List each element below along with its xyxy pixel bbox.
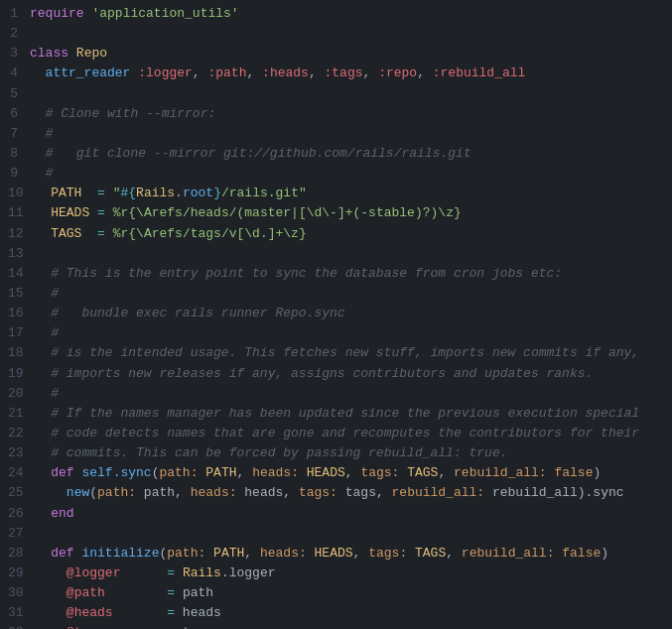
- token-plain: [30, 126, 46, 141]
- token-plain: ,: [417, 65, 433, 80]
- token-interp: #{: [120, 186, 136, 200]
- token-plain: [36, 366, 52, 381]
- token-cls: PATH: [51, 186, 81, 200]
- line-number: 29: [0, 564, 36, 583]
- token-plain: [30, 65, 46, 80]
- token-cm: # If the names manager has been updated …: [51, 406, 639, 421]
- token-plain: path,: [136, 485, 191, 500]
- line-number: 17: [0, 323, 36, 343]
- code-line: 24 def self.sync(path: PATH, heads: HEAD…: [0, 463, 672, 483]
- token-kw: def: [51, 465, 73, 480]
- token-param: path:: [167, 546, 205, 561]
- code-line: 30 @path = path: [0, 583, 672, 603]
- token-fn: new: [67, 485, 89, 500]
- line-number: 20: [0, 384, 36, 404]
- token-plain: ,: [363, 65, 379, 80]
- token-cm: # bundle exec rails runner Repo.sync: [51, 306, 344, 320]
- token-plain: [36, 506, 52, 521]
- token-plain: [36, 266, 52, 281]
- token-cm: #: [51, 286, 59, 301]
- token-sym: :logger: [138, 65, 193, 80]
- token-param: tags:: [368, 546, 407, 561]
- code-line: 20 #: [0, 384, 672, 404]
- token-rx: %r{\Arefs/heads/(master|[\d\-]+(-stable)…: [113, 205, 462, 220]
- code-line: 27: [0, 524, 672, 544]
- token-cls: HEADS: [307, 465, 345, 480]
- token-interp: }: [213, 186, 221, 200]
- line-number: 12: [0, 224, 36, 244]
- line-content: # imports new releases if any, assigns c…: [36, 364, 672, 384]
- token-plain: [30, 166, 46, 181]
- line-content: # is the intended usage. This fetches ne…: [36, 343, 672, 363]
- code-line: 1require 'application_utils': [0, 4, 672, 24]
- token-plain: [36, 605, 67, 620]
- token-cm: # This is the entry point to sync the da…: [51, 266, 562, 281]
- code-line: 17 #: [0, 323, 672, 343]
- token-plain: ,: [353, 546, 369, 561]
- token-plain: ,: [438, 465, 454, 480]
- line-content: PATH = "#{Rails.root}/rails.git": [36, 184, 672, 203]
- line-content: new(path: path, heads: heads, tags: tags…: [36, 483, 672, 503]
- token-plain: [36, 205, 52, 220]
- code-line: 29 @logger = Rails.logger: [0, 564, 672, 583]
- code-line: 22 # code detects names that are gone an…: [0, 424, 672, 443]
- token-param: tags:: [299, 485, 337, 500]
- token-kw: require: [30, 6, 84, 21]
- token-param: path:: [97, 485, 136, 500]
- line-number: 26: [0, 504, 36, 524]
- line-content: [30, 84, 672, 104]
- line-number: 18: [0, 343, 36, 363]
- token-sym: :tags: [325, 65, 363, 80]
- token-plain: heads: [175, 605, 221, 620]
- token-plain: tags,: [337, 485, 392, 500]
- code-line: 11 HEADS = %r{\Arefs/heads/(master|[\d\-…: [0, 203, 672, 223]
- code-line: 2: [0, 24, 672, 44]
- line-content: def initialize(path: PATH, heads: HEADS,…: [36, 544, 672, 564]
- line-number: 11: [0, 203, 36, 223]
- token-plain: [30, 106, 46, 121]
- token-plain: ,: [246, 65, 262, 80]
- token-sym: :rebuild_all: [433, 65, 526, 80]
- token-plain: [105, 205, 113, 220]
- token-sym: :repo: [378, 65, 417, 80]
- line-content: require 'application_utils': [30, 4, 672, 24]
- token-cm: #: [46, 166, 54, 181]
- code-editor: 1require 'application_utils'2 3class Rep…: [0, 0, 672, 629]
- token-kw: class: [30, 46, 68, 61]
- token-str: /rails.git": [221, 186, 307, 200]
- line-content: class Repo: [30, 44, 672, 63]
- token-plain: [205, 546, 213, 561]
- token-plain: [175, 566, 183, 580]
- token-plain: [36, 566, 67, 580]
- line-content: TAGS = %r{\Arefs/tags/v[\d.]+\z}: [36, 224, 672, 244]
- token-plain: [105, 585, 167, 600]
- line-content: [36, 244, 672, 264]
- token-cm: # imports new releases if any, assigns c…: [51, 366, 593, 381]
- line-number: 28: [0, 544, 36, 564]
- line-content: #: [30, 164, 672, 184]
- code-line: 4 attr_reader :logger, :path, :heads, :t…: [0, 63, 672, 83]
- line-number: 3: [0, 44, 30, 63]
- line-number: 10: [0, 184, 36, 203]
- token-plain: [36, 226, 52, 241]
- token-param: heads:: [252, 465, 299, 480]
- code-line: 26 end: [0, 504, 672, 524]
- token-cm: # commits. This can be forced by passing…: [51, 445, 507, 460]
- token-plain: path: [175, 585, 213, 600]
- line-number: 25: [0, 483, 36, 503]
- token-plain: ,: [345, 465, 361, 480]
- line-content: # This is the entry point to sync the da…: [36, 264, 672, 284]
- line-number: 19: [0, 364, 36, 384]
- token-cm: # code detects names that are gone and r…: [51, 426, 639, 440]
- token-plain: [36, 286, 52, 301]
- line-number: 30: [0, 583, 36, 603]
- line-content: end: [36, 504, 672, 524]
- token-cm: # git clone --mirror git://github.com/ra…: [46, 146, 471, 161]
- token-plain: [120, 566, 167, 580]
- token-var: @heads: [67, 605, 113, 620]
- token-cm: # is the intended usage. This fetches ne…: [51, 345, 639, 360]
- line-number: 23: [0, 443, 36, 463]
- line-content: [36, 524, 672, 544]
- token-param: path:: [159, 465, 198, 480]
- token-cls: Rails: [136, 186, 175, 200]
